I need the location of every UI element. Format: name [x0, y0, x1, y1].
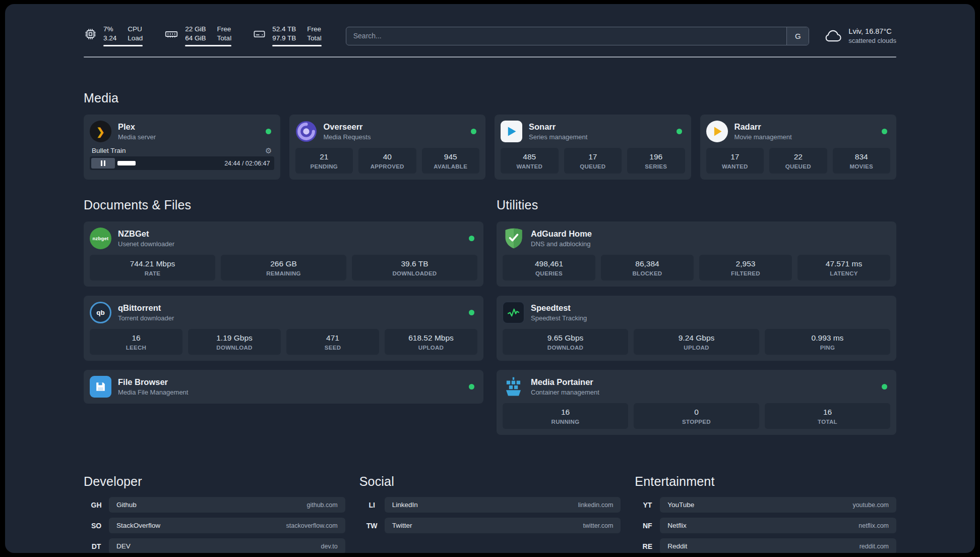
stat-label: QUERIES	[505, 270, 593, 276]
bookmark-linkedin: LI LinkedIn linkedin.com	[359, 497, 621, 513]
sonarr-header: Sonarr Series management	[501, 121, 685, 142]
search-input[interactable]	[346, 27, 810, 45]
bookmark-url: dev.to	[321, 543, 338, 550]
stat-value: 0.993 ms	[767, 333, 888, 343]
gear-icon[interactable]: ⚙	[265, 147, 272, 154]
bookmark-link[interactable]: Netflix netflix.com	[660, 518, 896, 533]
bookmark-abbr: YT	[635, 501, 660, 509]
overseerr-stats: 21PENDING 40APPROVED 945AVAILABLE	[295, 148, 480, 174]
bookmark-abbr: GH	[84, 501, 109, 509]
bookmark-link[interactable]: DEV dev.to	[109, 538, 345, 553]
stat-value: 1.19 Gbps	[190, 333, 279, 343]
stat-value: 16	[505, 408, 626, 417]
bookmark-abbr: NF	[635, 522, 660, 530]
bookmark-abbr: RE	[635, 542, 660, 550]
stat-box: 485WANTED	[501, 148, 559, 174]
card-nzbget[interactable]: nzbget NZBGet Usenet downloader 744.21 M…	[84, 221, 483, 287]
stat-value: 40	[360, 152, 414, 161]
adguard-icon	[503, 228, 524, 249]
card-plex[interactable]: ❯ Plex Media server Bullet Train ⚙	[84, 115, 280, 180]
section-title-utilities: Utilities	[497, 198, 896, 212]
bookmarks: Developer GH Github github.com SO StackO…	[84, 474, 896, 553]
section-title-documents: Documents & Files	[84, 198, 483, 212]
plex-header: ❯ Plex Media server	[90, 121, 274, 142]
memory-usage-bar	[185, 45, 231, 46]
bookmark-link[interactable]: YouTube youtube.com	[660, 497, 896, 513]
app-subtitle: Media File Management	[118, 388, 188, 396]
speedtest-header: Speedtest Speedtest Tracking	[503, 302, 890, 323]
bookmark-url: stackoverflow.com	[286, 522, 338, 529]
stat-box: 40APPROVED	[358, 148, 416, 174]
app-subtitle: Torrent downloader	[118, 314, 174, 322]
filebrowser-header: File Browser Media File Management	[90, 376, 477, 398]
speedtest-icon	[503, 302, 524, 323]
bookmark-url: netflix.com	[859, 522, 889, 529]
card-filebrowser[interactable]: File Browser Media File Management	[84, 370, 483, 404]
card-sonarr[interactable]: Sonarr Series management 485WANTED 17QUE…	[495, 115, 691, 180]
app-name: Plex	[118, 122, 156, 132]
weather-location: Lviv, 16.87°C	[848, 27, 896, 35]
adguard-stats: 498,461QUERIES 86,384BLOCKED 2,953FILTER…	[503, 255, 890, 281]
bookmark-group-entertainment: Entertainment YT YouTube youtube.com NF …	[635, 474, 896, 553]
weather-widget: Lviv, 16.87°C scattered clouds	[823, 27, 896, 44]
card-radarr[interactable]: Radarr Movie management 17WANTED 22QUEUE…	[700, 115, 897, 180]
seek-bar[interactable]	[115, 158, 224, 169]
app-name: Radarr	[734, 122, 792, 132]
card-overseerr[interactable]: Overseerr Media Requests 21PENDING 40APP…	[289, 115, 486, 180]
app-subtitle: Series management	[529, 133, 587, 141]
stat-label: STOPPED	[636, 419, 757, 425]
status-dot	[471, 129, 476, 134]
cpu-load-value: 3.24	[103, 34, 116, 42]
bookmark-link[interactable]: StackOverflow stackoverflow.com	[109, 518, 345, 533]
bookmark-link[interactable]: Github github.com	[109, 497, 345, 513]
memory-readout: 22 GiB 64 GiB Free Total	[185, 25, 231, 46]
search-engine-button[interactable]: G	[786, 27, 809, 45]
qbittorrent-icon-text: qb	[96, 309, 105, 316]
bookmark-link[interactable]: LinkedIn linkedin.com	[385, 497, 621, 513]
stat-box: 196SERIES	[627, 148, 685, 174]
columns: Documents & Files nzbget NZBGet Usenet d…	[84, 198, 896, 435]
disk-total-value: 97.9 TB	[272, 34, 296, 42]
stat-label: DOWNLOAD	[505, 345, 626, 351]
bookmark-url: twitter.com	[583, 522, 614, 529]
stat-box: 9.24 GbpsUPLOAD	[634, 329, 759, 355]
stat-value: 39.6 TB	[354, 259, 475, 268]
bookmark-link[interactable]: Reddit reddit.com	[660, 538, 896, 553]
bookmark-url: github.com	[307, 502, 338, 509]
app-subtitle: Movie management	[734, 133, 792, 141]
stat-value: 17	[566, 152, 620, 161]
card-portainer[interactable]: Media Portainer Container management 16R…	[497, 370, 896, 435]
seek-bar-fill	[117, 161, 136, 165]
nzbget-icon: nzbget	[90, 228, 111, 249]
disk-free-label: Free	[307, 25, 322, 33]
stat-label: RATE	[92, 270, 213, 276]
stat-label: QUEUED	[566, 163, 620, 170]
status-dot	[266, 129, 271, 134]
qbittorrent-header: qb qBittorrent Torrent downloader	[90, 302, 477, 323]
stat-label: PING	[767, 345, 888, 351]
stat-box: 945AVAILABLE	[422, 148, 480, 174]
cpu-usage-bar	[103, 45, 143, 46]
card-qbittorrent[interactable]: qb qBittorrent Torrent downloader 16LEEC…	[84, 296, 483, 361]
section-title-developer: Developer	[84, 474, 345, 489]
pause-button[interactable]	[91, 158, 115, 169]
stat-label: MOVIES	[835, 163, 889, 170]
card-speedtest[interactable]: Speedtest Speedtest Tracking 9.65 GbpsDO…	[497, 296, 896, 361]
topbar-divider	[84, 57, 896, 58]
stat-box: 17QUEUED	[564, 148, 622, 174]
section-title-social: Social	[359, 474, 621, 489]
stat-box: 39.6 TBDOWNLOADED	[352, 255, 477, 281]
cpu-percent: 7%	[103, 25, 116, 33]
now-playing-title: Bullet Train	[92, 147, 126, 154]
bookmark-link[interactable]: Twitter twitter.com	[385, 518, 621, 533]
app-name: Speedtest	[531, 303, 587, 313]
bookmark-group-developer: Developer GH Github github.com SO StackO…	[84, 474, 345, 553]
stat-value: 498,461	[505, 259, 593, 268]
stat-value: 2,953	[701, 259, 790, 268]
card-adguard[interactable]: AdGuard Home DNS and adblocking 498,461Q…	[497, 221, 896, 287]
playback-time: 24:44 / 02:06:47	[224, 160, 270, 167]
qbittorrent-stats: 16LEECH 1.19 GbpsDOWNLOAD 471SEED 618.52…	[90, 329, 477, 355]
bookmark-url: youtube.com	[852, 502, 889, 509]
nzbget-stats: 744.21 MbpsRATE 266 GBREMAINING 39.6 TBD…	[90, 255, 477, 281]
stat-box: 0STOPPED	[634, 403, 759, 429]
